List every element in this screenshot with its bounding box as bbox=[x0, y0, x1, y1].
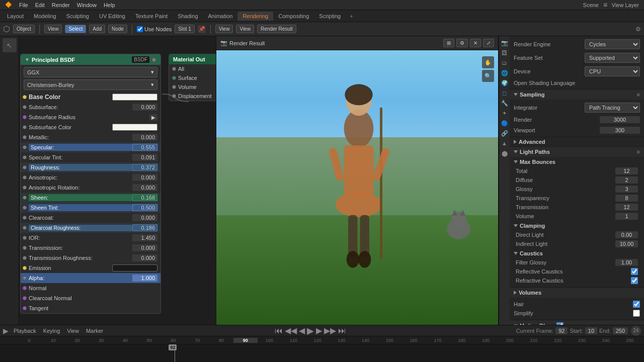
menu-edit[interactable]: Edit bbox=[32, 1, 48, 9]
base-color-swatch[interactable] bbox=[112, 94, 157, 101]
menu-file[interactable]: File bbox=[16, 1, 31, 9]
tab-layout[interactable]: Layout bbox=[2, 12, 29, 21]
bounce-volume-value[interactable]: 1 bbox=[615, 213, 638, 220]
object-props-icon[interactable]: ◻ bbox=[500, 88, 509, 98]
view-menu[interactable]: View bbox=[44, 25, 62, 33]
scene-props-icon[interactable]: 🌐 bbox=[500, 68, 509, 77]
data-props-icon[interactable]: ▲ bbox=[500, 139, 509, 148]
render-props-icon[interactable]: 📷 bbox=[500, 38, 509, 47]
add-workspace-tab[interactable]: + bbox=[346, 12, 357, 21]
bsdf-collapse-icon[interactable]: ▼ bbox=[25, 57, 30, 62]
next-frame-icon[interactable]: ▶ bbox=[316, 326, 322, 335]
sampling-header[interactable]: Sampling ≡ bbox=[510, 89, 644, 100]
use-nodes-checkbox[interactable] bbox=[137, 26, 143, 32]
world-props-icon[interactable]: 🌍 bbox=[500, 78, 509, 87]
render-settings-btn[interactable]: ⚙ bbox=[456, 39, 468, 47]
light-paths-presets-icon[interactable]: ≡ bbox=[637, 149, 640, 155]
bounce-total-value[interactable]: 12 bbox=[615, 167, 638, 174]
sheen-value[interactable]: 0.168 bbox=[132, 194, 157, 201]
timeline-scrubber[interactable]: 92 bbox=[0, 344, 644, 362]
modifier-props-icon[interactable]: 🔧 bbox=[500, 99, 509, 108]
sampling-presets-icon[interactable]: ≡ bbox=[637, 92, 640, 98]
tab-rendering[interactable]: Rendering bbox=[237, 12, 273, 21]
integrator-dropdown[interactable]: Path Tracing bbox=[585, 103, 640, 113]
direct-light-value[interactable]: 0.00 bbox=[615, 231, 638, 238]
bsdf-distribution-dropdown[interactable]: GGX ▾ bbox=[24, 67, 157, 77]
motion-blur-header[interactable]: Motion Blur bbox=[510, 320, 644, 325]
menu-window[interactable]: Window bbox=[74, 1, 100, 9]
max-bounces-header[interactable]: Max Bounces bbox=[514, 159, 640, 165]
anisotropic-value[interactable]: 0.000 bbox=[132, 174, 157, 181]
fps-indicator[interactable]: 24 bbox=[631, 326, 641, 336]
filter-glossy-value[interactable]: 1.00 bbox=[615, 259, 638, 266]
subsurface-value[interactable]: 0.000 bbox=[132, 104, 157, 111]
bounce-transmission-value[interactable]: 12 bbox=[615, 204, 638, 211]
slot-dropdown[interactable]: Slot 1 bbox=[175, 25, 195, 33]
hair-checkbox[interactable] bbox=[633, 301, 640, 308]
add-menu[interactable]: Add bbox=[89, 25, 105, 33]
volumes-header[interactable]: Volumes bbox=[510, 288, 644, 298]
render-engine-dropdown[interactable]: Cycles EEVEE bbox=[585, 39, 640, 49]
specular-value[interactable]: 0.555 bbox=[132, 144, 157, 151]
caustics-header[interactable]: Caustics bbox=[514, 250, 640, 256]
view-menu-timeline[interactable]: View bbox=[65, 327, 81, 334]
device-dropdown[interactable]: CPU GPU bbox=[585, 66, 640, 76]
select-tool-icon[interactable]: ↖ bbox=[3, 38, 17, 52]
tab-modeling[interactable]: Modeling bbox=[29, 12, 61, 21]
clearcoat-roughness-value[interactable]: 0.186 bbox=[132, 224, 157, 231]
clamping-header[interactable]: Clamping bbox=[514, 223, 640, 229]
subsurface-radius-dropdown[interactable]: ▶ bbox=[149, 114, 157, 121]
bsdf-subsurface-method-dropdown[interactable]: Christensen-Burley ▾ bbox=[24, 79, 157, 90]
alpha-value[interactable]: 1.000 bbox=[132, 275, 157, 282]
specular-tint-value[interactable]: 0.091 bbox=[132, 154, 157, 161]
play-icon[interactable]: ▶ bbox=[307, 325, 314, 336]
tab-shading[interactable]: Shading bbox=[173, 12, 203, 21]
transmission-value[interactable]: 0.000 bbox=[132, 244, 157, 251]
tab-animation[interactable]: Animation bbox=[203, 12, 238, 21]
refractive-caustics-checkbox[interactable] bbox=[631, 277, 638, 284]
physics-props-icon[interactable]: 🔵 bbox=[500, 119, 509, 128]
jump-end-icon[interactable]: ⏭ bbox=[338, 326, 346, 335]
motion-blur-enable-checkbox[interactable] bbox=[556, 322, 564, 325]
render-fullscreen-btn[interactable]: ⤢ bbox=[483, 39, 494, 47]
advanced-header[interactable]: Advanced bbox=[510, 137, 644, 146]
view-layer-icon[interactable]: 🗂 bbox=[500, 58, 509, 67]
tab-sculpting[interactable]: Sculpting bbox=[61, 12, 94, 21]
pan-view-icon[interactable]: ✋ bbox=[482, 56, 494, 68]
metallic-value[interactable]: 0.000 bbox=[132, 134, 157, 141]
simplify-checkbox[interactable] bbox=[633, 310, 640, 317]
ior-value[interactable]: 1.450 bbox=[132, 234, 157, 241]
material-props-icon[interactable]: ⬤ bbox=[500, 149, 509, 158]
marker-menu[interactable]: Marker bbox=[84, 327, 105, 334]
preview-btn[interactable]: View bbox=[236, 25, 254, 33]
roughness-value[interactable]: 0.372 bbox=[132, 164, 157, 171]
render-view-btn[interactable]: ⊞ bbox=[443, 39, 454, 47]
menu-render[interactable]: Render bbox=[49, 1, 73, 9]
scene-icon[interactable]: ⚙ bbox=[635, 26, 641, 33]
output-props-icon[interactable]: 🖼 bbox=[500, 48, 509, 57]
anisotropic-rot-value[interactable]: 0.000 bbox=[132, 184, 157, 191]
bounce-diffuse-value[interactable]: 2 bbox=[615, 176, 638, 184]
playback-menu[interactable]: Playback bbox=[12, 327, 38, 334]
light-paths-header[interactable]: Light Paths ≡ bbox=[510, 147, 644, 157]
end-frame-value[interactable]: 250 bbox=[613, 327, 628, 334]
select-menu[interactable]: Select bbox=[65, 25, 86, 33]
render-close-btn[interactable]: ✕ bbox=[470, 39, 481, 47]
pin-icon[interactable]: 📌 bbox=[198, 25, 206, 33]
feature-set-dropdown[interactable]: Supported Experimental bbox=[585, 53, 640, 63]
viewport-samples-value[interactable]: 300 bbox=[600, 127, 640, 134]
blender-icon[interactable]: 🔶 bbox=[2, 1, 15, 9]
reflective-caustics-checkbox[interactable] bbox=[631, 268, 638, 275]
bounce-glossy-value[interactable]: 3 bbox=[615, 186, 638, 193]
menu-help[interactable]: Help bbox=[101, 1, 118, 9]
prev-frame-icon[interactable]: ◀ bbox=[299, 326, 305, 335]
object-dropdown[interactable]: Object bbox=[13, 25, 35, 33]
zoom-icon[interactable]: 🔍 bbox=[482, 70, 494, 82]
tab-uv-editing[interactable]: UV Editing bbox=[94, 12, 130, 21]
render-samples-value[interactable]: 3000 bbox=[600, 116, 640, 123]
particle-props-icon[interactable]: ✦ bbox=[500, 109, 509, 118]
emission-color-swatch[interactable] bbox=[112, 264, 157, 272]
render-overlay-btn[interactable]: Render Result bbox=[257, 25, 296, 33]
node-menu[interactable]: Node bbox=[108, 25, 127, 33]
indirect-light-value[interactable]: 10.00 bbox=[615, 240, 638, 247]
